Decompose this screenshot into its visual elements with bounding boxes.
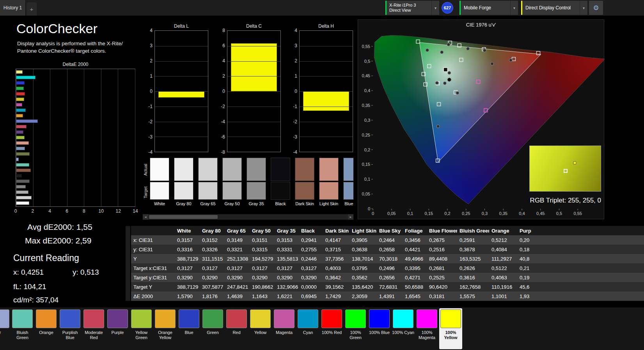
- avg-de2000-value: Avg dE2000: 1,55: [27, 222, 92, 232]
- table-cell: 0,3127: [250, 265, 275, 271]
- patch-100-yellow[interactable]: 100% Yellow: [439, 308, 462, 349]
- patch-swatch: [369, 309, 390, 328]
- table-cell: 135,5813: [275, 256, 299, 262]
- table-header-row: WhiteGray 80Gray 65Gray 50Gray 35BlackDa…: [126, 226, 644, 235]
- chevron-down-icon[interactable]: ▾: [510, 1, 518, 15]
- patch-blue[interactable]: Blue: [177, 308, 200, 349]
- patch-100-blue[interactable]: 100% Blue: [368, 308, 391, 349]
- patch-green[interactable]: Green: [201, 308, 224, 349]
- swatch-scrollbar[interactable]: ◄ ►: [143, 214, 353, 220]
- scroll-right-arrow-icon[interactable]: ►: [348, 214, 353, 220]
- table-cell: 1,4639: [225, 293, 250, 299]
- patch-orange[interactable]: Orange: [35, 308, 58, 349]
- table-cell: 0,20: [517, 237, 644, 243]
- cie-y-tick-label: 0,15: [362, 162, 370, 167]
- gridline: [155, 46, 208, 46]
- chevron-down-icon[interactable]: ▾: [431, 1, 439, 15]
- swatch-label: Dark Skin: [295, 201, 314, 206]
- gridline: [155, 61, 208, 62]
- table-cell: 247,8421: [225, 284, 250, 290]
- display-control-dropdown[interactable]: Direct Display Control ▾: [521, 1, 587, 15]
- table-cell: 0,3127: [275, 265, 299, 271]
- deltae-bar-black: [16, 174, 22, 178]
- scrollbar-thumb[interactable]: [149, 215, 218, 219]
- cie-y-tick-label: 0,05: [362, 192, 370, 196]
- table-row-target-y-cie31: Target y:CIE310,32900,32900,32900,32900,…: [126, 273, 644, 282]
- patch-100-cyan[interactable]: 100% Cyan: [392, 308, 415, 349]
- patch-swatch: [107, 309, 128, 328]
- meter-mode: Direct View: [389, 8, 416, 13]
- gridline: [227, 91, 280, 92]
- deltae-bar-gray-80: [16, 196, 32, 199]
- gridline: [300, 107, 353, 107]
- table-cell: 1,1643: [250, 293, 275, 299]
- axis-tick-label: -4: [293, 149, 297, 155]
- meter-name: X-Rite i1Pro 3: [389, 3, 416, 8]
- table-cell: 0,3290: [275, 275, 299, 281]
- patch-label: Bluish Green: [11, 330, 34, 340]
- patch-label: Blue: [177, 330, 200, 335]
- patch-cyan[interactable]: Cyan: [296, 308, 319, 349]
- table-cell: 0,3456: [403, 237, 427, 243]
- meter-dropdown[interactable]: X-Rite i1Pro 3 Direct View ▾: [385, 1, 439, 15]
- reading-y-value: y: 0,513: [73, 268, 99, 277]
- measurement-table: WhiteGray 80Gray 65Gray 50Gray 35BlackDa…: [126, 226, 644, 301]
- patch-swatch: [393, 309, 413, 328]
- deltae-bar-blue-flower: [16, 158, 19, 161]
- gear-icon[interactable]: ⚙: [589, 1, 603, 15]
- patch-100-red[interactable]: 100% Red: [320, 308, 343, 349]
- table-row-label: Target y:CIE31: [131, 275, 175, 281]
- table-cell: 0,4084: [489, 247, 517, 252]
- patch-swatch: [36, 309, 57, 328]
- patch-swatch: [345, 309, 366, 328]
- patch-bluish-green[interactable]: Bluish Green: [11, 308, 34, 349]
- table-row-target-x-cie31: Target x:CIE310,31270,31270,31270,31270,…: [126, 263, 644, 273]
- delta-c-bar: [231, 43, 277, 91]
- row-handle: [126, 226, 131, 235]
- table-cell: 0,2525: [427, 275, 457, 281]
- patch-moderate-red[interactable]: Moderate Red: [82, 308, 105, 349]
- patch-magenta[interactable]: Magenta: [273, 308, 296, 349]
- meter-labels: X-Rite i1Pro 3 Direct View: [387, 3, 416, 13]
- gridline: [300, 137, 353, 137]
- table-cell: 0,2626: [457, 265, 489, 271]
- table-cell: 0,3321: [225, 247, 250, 252]
- deltae-bar-100-blue: [16, 81, 25, 85]
- patch-er[interactable]: er: [0, 308, 11, 349]
- chevron-down-icon[interactable]: ▾: [580, 1, 587, 15]
- table-cell: 40,8: [517, 256, 644, 262]
- reading-fl-value: fL: 104,21: [13, 282, 46, 291]
- patch-swatch: [131, 309, 152, 328]
- gridline: [155, 122, 208, 122]
- tab-history-1[interactable]: History 1: [0, 0, 26, 16]
- patch-yellow-green[interactable]: Yellow Green: [130, 308, 153, 349]
- cie-x-tick-label: 0: [372, 211, 374, 216]
- table-cell: 0,3149: [225, 237, 250, 243]
- patch-purplish-blue[interactable]: Purplish Blue: [59, 308, 82, 349]
- deltae-xtick-label: 4: [48, 208, 51, 214]
- axis-tick-label: 1: [150, 73, 153, 79]
- patch-100-green[interactable]: 100% Green: [344, 308, 367, 349]
- patch-purple[interactable]: Purple: [106, 308, 129, 349]
- axis-tick-label: -1: [148, 104, 153, 109]
- table-cell: 72,6831: [377, 284, 403, 290]
- cie-x-tick-label: 0,25: [462, 211, 470, 216]
- patch-orange-yellow[interactable]: Orange Yellow: [154, 308, 177, 349]
- patch-swatch: [321, 309, 342, 328]
- table-cell: 49,4966: [403, 256, 427, 262]
- actual-swatch: [247, 158, 266, 181]
- table-cell: 135,6420: [349, 284, 377, 290]
- deltae-xtick-label: 6: [66, 208, 68, 214]
- scroll-left-arrow-icon[interactable]: ◄: [143, 214, 148, 220]
- cie-measured-marker: [509, 59, 512, 62]
- source-dropdown[interactable]: Mobile Forge ▾: [459, 1, 518, 15]
- gridline: [300, 76, 353, 76]
- patch-red[interactable]: Red: [225, 308, 248, 349]
- swatch-label: Gray 80: [174, 201, 193, 206]
- deltae-bar-gray-35: [16, 179, 30, 183]
- patch-yellow[interactable]: Yellow: [249, 308, 272, 349]
- swatch-label: Gray 65: [198, 201, 218, 206]
- add-tab-button[interactable]: +: [27, 2, 37, 16]
- axis-tick-label: 2: [295, 58, 297, 64]
- patch-100-magenta[interactable]: 100% Magenta: [415, 308, 438, 349]
